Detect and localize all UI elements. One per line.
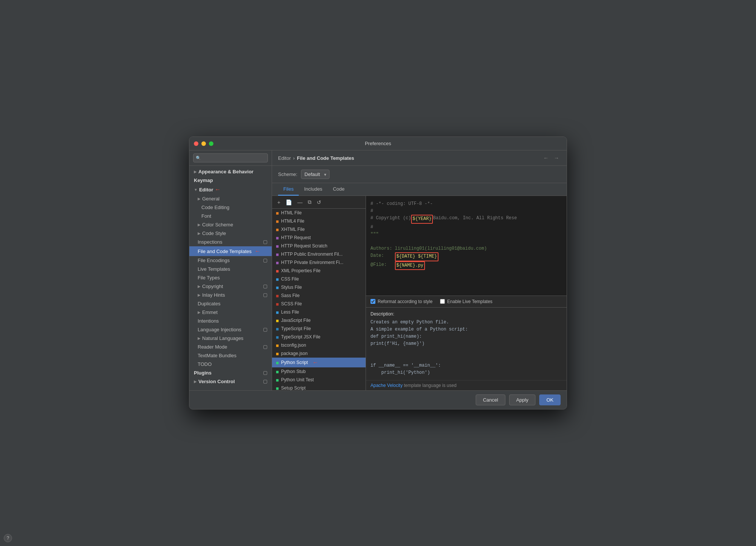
duplicate-template-button[interactable]: ⧉ [306, 198, 313, 206]
maximize-button[interactable] [209, 141, 213, 146]
sidebar-item-intentions[interactable]: Intentions [189, 317, 272, 325]
list-item[interactable]: ◼ SCSS File [272, 300, 366, 308]
list-item[interactable]: ◼ TypeScript File [272, 325, 366, 333]
list-item[interactable]: ◼ XML Properties File [272, 267, 366, 275]
minimize-button[interactable] [201, 141, 206, 146]
file-item-label: Sass File [281, 293, 299, 298]
main-panel: Editor › File and Code Templates ← → Sch… [272, 150, 567, 390]
sidebar-item-live-templates[interactable]: Live Templates [189, 265, 272, 273]
html-icon: ◼ [276, 228, 279, 232]
list-item[interactable]: ◼ HTML4 File [272, 217, 366, 225]
desc-line: if __name__ == '__main__': [370, 362, 562, 369]
list-item[interactable]: ◼ TypeScript JSX File [272, 333, 366, 341]
copy-template-button[interactable]: 📄 [284, 199, 293, 206]
sidebar-item-reader-mode[interactable]: Reader Mode [189, 343, 272, 351]
sidebar-label: Version Control [198, 379, 235, 384]
sidebar-item-copyright[interactable]: ▶ Copyright [189, 282, 272, 291]
list-item[interactable]: ◼ JavaScript File [272, 316, 366, 325]
sidebar-item-inlay-hints[interactable]: ▶ Inlay Hints [189, 291, 272, 299]
code-editor[interactable]: # -*- coding: UTF-8 -*- # # Copyright (c… [366, 196, 567, 296]
reformat-checkbox-label[interactable]: Reformat according to style [370, 299, 432, 304]
window-controls [194, 141, 213, 146]
back-button[interactable]: ← [542, 154, 550, 162]
code-text: # -*- coding: UTF-8 -*- [370, 200, 433, 208]
sidebar-item-appearance[interactable]: ▶ Appearance & Behavior [189, 167, 272, 176]
apply-button[interactable]: Apply [509, 394, 536, 405]
arrow-indicator: ← [312, 359, 318, 366]
sidebar-label: Color Scheme [202, 222, 233, 228]
list-item-python-script[interactable]: ◼ Python Script ← [272, 358, 366, 367]
sidebar-item-file-types[interactable]: File Types [189, 273, 272, 282]
live-templates-checkbox-label[interactable]: Enable Live Templates [440, 299, 493, 304]
sidebar-item-general[interactable]: ▶ General [189, 194, 272, 203]
file-item-label: Python Stub [281, 369, 305, 374]
list-item[interactable]: ◼ package.json [272, 349, 366, 358]
list-item[interactable]: ◼ HTTP Public Environment Fil... [272, 250, 366, 258]
chevron-icon: ▶ [198, 223, 201, 227]
sidebar-item-version-control[interactable]: ▶ Version Control [189, 377, 272, 386]
list-item[interactable]: ◼ HTTP Request Scratch [272, 242, 366, 250]
list-item[interactable]: ◼ Python Stub [272, 367, 366, 376]
sidebar-item-file-encodings[interactable]: File Encodings [189, 256, 272, 265]
sidebar-item-file-code-templates[interactable]: File and Code Templates ← [189, 246, 272, 256]
tab-includes[interactable]: Includes [299, 183, 327, 196]
sidebar-item-keymap[interactable]: Keymap [189, 176, 272, 185]
cancel-button[interactable]: Cancel [476, 394, 505, 405]
code-text: @File: [370, 261, 395, 270]
sidebar-item-language-injections[interactable]: Language Injections [189, 325, 272, 334]
search-input[interactable] [193, 153, 268, 162]
code-text: # [370, 208, 373, 215]
sidebar-item-textmate-bundles[interactable]: TextMate Bundles [189, 351, 272, 360]
html-icon: ◼ [276, 219, 279, 223]
list-item[interactable]: ◼ XHTML File [272, 225, 366, 234]
sidebar-item-plugins[interactable]: Plugins [189, 369, 272, 377]
list-item[interactable]: ◼ HTTP Request [272, 234, 366, 242]
list-item[interactable]: ◼ Setup Script [272, 384, 366, 390]
sidebar-item-duplicates[interactable]: Duplicates [189, 299, 272, 308]
close-button[interactable] [194, 141, 198, 146]
list-item[interactable]: ◼ HTML File [272, 209, 366, 217]
desc-line: print_hi('Python') [370, 369, 562, 376]
arrow-indicator: ← [215, 186, 221, 193]
sidebar-item-color-scheme[interactable]: ▶ Color Scheme [189, 220, 272, 229]
preferences-window: Preferences 🔍 ▶ Appearance & Behavior Ke… [189, 136, 567, 410]
list-item[interactable]: ◼ CSS File [272, 275, 366, 283]
velocity-link[interactable]: Apache Velocity [370, 383, 402, 388]
file-item-label: Stylus File [281, 285, 302, 290]
file-item-label: HTML4 File [281, 218, 304, 224]
ok-button[interactable]: OK [539, 394, 561, 405]
desc-line: print(f'Hi, {name}') [370, 340, 562, 347]
sidebar-item-code-style[interactable]: ▶ Code Style [189, 229, 272, 238]
sidebar-list: ▶ Appearance & Behavior Keymap ▼ Editor … [189, 166, 272, 390]
list-item[interactable]: ◼ Python Unit Test [272, 376, 366, 384]
sidebar-item-inspections[interactable]: Inspections [189, 238, 272, 246]
sidebar-label: General [202, 196, 219, 202]
sidebar-item-editor[interactable]: ▼ Editor ← [189, 185, 272, 194]
sidebar-label: Plugins [194, 370, 212, 376]
scheme-select[interactable]: Default [301, 170, 330, 179]
sidebar-item-font[interactable]: Font [189, 212, 272, 220]
forward-button[interactable]: → [552, 154, 561, 162]
list-item[interactable]: ◼ HTTP Private Environment Fi... [272, 258, 366, 267]
sidebar-item-natural-languages[interactable]: ▶ Natural Languages [189, 334, 272, 343]
sidebar-item-code-editing[interactable]: Code Editing [189, 203, 272, 212]
list-item[interactable]: ◼ Sass File [272, 291, 366, 300]
sidebar-label: Language Injections [198, 327, 241, 332]
tab-files[interactable]: Files [278, 183, 299, 196]
main-header: Editor › File and Code Templates ← → [272, 150, 567, 166]
tab-code[interactable]: Code [328, 183, 350, 196]
reformat-checkbox[interactable] [370, 299, 375, 304]
json-icon: ◼ [276, 343, 279, 347]
code-line: """ [370, 231, 562, 238]
live-templates-checkbox[interactable] [440, 299, 445, 304]
file-list: ◼ HTML File ◼ HTML4 File ◼ XHTML File [272, 209, 366, 390]
list-item[interactable]: ◼ Less File [272, 308, 366, 316]
sidebar-item-todo[interactable]: TODO [189, 360, 272, 369]
reset-template-button[interactable]: ↺ [315, 199, 323, 206]
add-template-button[interactable]: + [276, 199, 282, 206]
list-item[interactable]: ◼ Stylus File [272, 283, 366, 291]
breadcrumb-separator: › [293, 155, 295, 161]
remove-template-button[interactable]: — [296, 199, 304, 206]
list-item[interactable]: ◼ tsconfig.json [272, 341, 366, 349]
sidebar-item-emmet[interactable]: ▶ Emmet [189, 308, 272, 317]
